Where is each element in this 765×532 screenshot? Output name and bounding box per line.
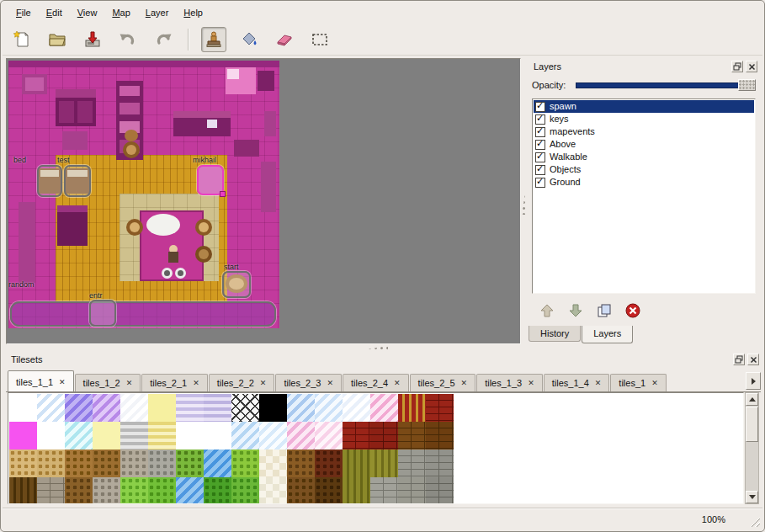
horizontal-splitter[interactable] bbox=[4, 344, 762, 351]
tile[interactable] bbox=[315, 422, 343, 450]
scroll-tabs-right-button[interactable] bbox=[746, 372, 761, 390]
scrollbar-thumb[interactable] bbox=[746, 407, 758, 442]
tile[interactable] bbox=[315, 394, 343, 422]
close-tab-icon[interactable]: ✕ bbox=[528, 379, 534, 387]
tile[interactable] bbox=[65, 477, 93, 504]
tile[interactable] bbox=[231, 422, 259, 450]
opacity-slider-handle[interactable] bbox=[738, 79, 756, 91]
tile[interactable] bbox=[148, 422, 176, 450]
layer-visibility-checkbox[interactable]: ✓ bbox=[535, 114, 545, 125]
tile[interactable] bbox=[426, 422, 454, 450]
opacity-slider[interactable] bbox=[576, 78, 756, 92]
tilesets-dock-titlebar[interactable]: Tilesets bbox=[4, 351, 762, 368]
tile[interactable] bbox=[259, 450, 287, 477]
tile[interactable] bbox=[65, 450, 93, 477]
close-tab-icon[interactable]: ✕ bbox=[394, 379, 401, 387]
tile[interactable] bbox=[37, 477, 65, 504]
layer-list[interactable]: ✓spawn✓keys✓mapevents✓Above✓Walkable✓Obj… bbox=[532, 98, 756, 294]
map-object-mikhail[interactable] bbox=[197, 165, 224, 195]
raise-layer-button[interactable] bbox=[537, 301, 557, 321]
tile[interactable] bbox=[287, 394, 315, 422]
tileset-tab-tiles_1_2[interactable]: tiles_1_2✕ bbox=[75, 374, 141, 391]
close-tab-icon[interactable]: ✕ bbox=[651, 379, 658, 387]
vertical-splitter[interactable] bbox=[521, 58, 527, 344]
tileset-tab-tiles_2_3[interactable]: tiles_2_3✕ bbox=[275, 374, 342, 391]
tile[interactable] bbox=[343, 477, 370, 504]
tile[interactable] bbox=[37, 394, 65, 422]
delete-layer-button[interactable] bbox=[623, 301, 643, 321]
close-tab-icon[interactable]: ✕ bbox=[59, 378, 66, 386]
tile[interactable] bbox=[343, 394, 370, 422]
opacity-slider-track[interactable] bbox=[576, 82, 756, 88]
map-object-bed[interactable] bbox=[37, 165, 62, 197]
map-viewport[interactable]: bedtestmikhailstartrandomentr bbox=[6, 58, 521, 344]
tile[interactable] bbox=[93, 450, 120, 477]
scroll-up-button[interactable] bbox=[746, 393, 758, 406]
tab-layers[interactable]: Layers bbox=[582, 326, 633, 343]
tile[interactable] bbox=[148, 477, 176, 504]
duplicate-layer-button[interactable] bbox=[594, 301, 614, 321]
layer-visibility-checkbox[interactable]: ✓ bbox=[535, 178, 545, 188]
layer-visibility-checkbox[interactable]: ✓ bbox=[535, 165, 545, 175]
tile[interactable] bbox=[426, 477, 454, 504]
lower-layer-button[interactable] bbox=[566, 301, 586, 321]
tile[interactable] bbox=[9, 394, 37, 422]
layer-visibility-checkbox[interactable]: ✓ bbox=[535, 152, 545, 162]
undo-button[interactable] bbox=[115, 27, 141, 52]
rect-select-button[interactable] bbox=[307, 27, 332, 52]
tileset-tab-tiles_1_4[interactable]: tiles_1_4✕ bbox=[544, 374, 610, 391]
tile[interactable] bbox=[176, 450, 204, 477]
tile[interactable] bbox=[65, 422, 93, 450]
close-tab-icon[interactable]: ✕ bbox=[193, 379, 199, 387]
tile[interactable] bbox=[370, 394, 398, 422]
tile[interactable] bbox=[370, 422, 398, 450]
tile[interactable] bbox=[9, 450, 37, 477]
tile[interactable] bbox=[259, 477, 287, 504]
layer-row-walkable[interactable]: ✓Walkable bbox=[534, 151, 754, 163]
close-layers-dock-button[interactable] bbox=[746, 61, 757, 72]
stamp-brush-button[interactable] bbox=[201, 27, 226, 52]
tile[interactable] bbox=[9, 477, 37, 504]
tile[interactable] bbox=[259, 422, 287, 450]
tileset-tab-tiles_2_4[interactable]: tiles_2_4✕ bbox=[343, 374, 409, 391]
map-object-random[interactable] bbox=[10, 301, 276, 327]
tile[interactable] bbox=[37, 422, 65, 450]
tile[interactable] bbox=[398, 422, 426, 450]
tile[interactable] bbox=[398, 450, 426, 477]
tile[interactable] bbox=[176, 394, 204, 422]
tile[interactable] bbox=[426, 394, 454, 422]
tile[interactable] bbox=[287, 450, 315, 477]
close-tab-icon[interactable]: ✕ bbox=[327, 379, 333, 387]
layer-visibility-checkbox[interactable]: ✓ bbox=[535, 140, 545, 150]
tileset-tab-tiles_1_1[interactable]: tiles_1_1✕ bbox=[8, 370, 74, 391]
layer-row-keys[interactable]: ✓keys bbox=[534, 113, 754, 125]
close-tab-icon[interactable]: ✕ bbox=[595, 379, 602, 387]
close-tab-icon[interactable]: ✕ bbox=[260, 379, 267, 387]
tile[interactable] bbox=[93, 422, 120, 450]
map-canvas[interactable]: bedtestmikhailstartrandomentr bbox=[8, 61, 279, 328]
float-tilesets-dock-button[interactable] bbox=[733, 354, 745, 365]
tile[interactable] bbox=[204, 450, 231, 477]
tile[interactable] bbox=[37, 450, 65, 477]
selection-handle[interactable] bbox=[220, 191, 226, 197]
map-object-start[interactable] bbox=[222, 271, 251, 298]
tile[interactable] bbox=[93, 394, 120, 422]
tile[interactable] bbox=[65, 394, 93, 422]
tile[interactable] bbox=[231, 394, 259, 422]
tile[interactable] bbox=[398, 394, 426, 422]
close-tab-icon[interactable]: ✕ bbox=[126, 379, 133, 387]
tile[interactable] bbox=[204, 477, 231, 504]
tileset-tab-tiles_1_3[interactable]: tiles_1_3✕ bbox=[476, 374, 543, 391]
close-tilesets-dock-button[interactable] bbox=[747, 354, 759, 365]
layer-row-above[interactable]: ✓Above bbox=[534, 138, 754, 151]
tile[interactable] bbox=[204, 394, 231, 422]
tileset-tab-tiles_2_2[interactable]: tiles_2_2✕ bbox=[209, 374, 275, 391]
menu-item-help[interactable]: Help bbox=[177, 5, 210, 20]
tile[interactable] bbox=[343, 450, 370, 477]
tileset-tab-tiles_2_1[interactable]: tiles_2_1✕ bbox=[141, 374, 208, 391]
tileset-tab-tiles_2_5[interactable]: tiles_2_5✕ bbox=[410, 374, 476, 391]
eraser-button[interactable] bbox=[272, 27, 297, 52]
layer-row-spawn[interactable]: ✓spawn bbox=[534, 100, 754, 113]
tile[interactable] bbox=[398, 477, 426, 504]
tileset-view[interactable] bbox=[8, 392, 744, 504]
